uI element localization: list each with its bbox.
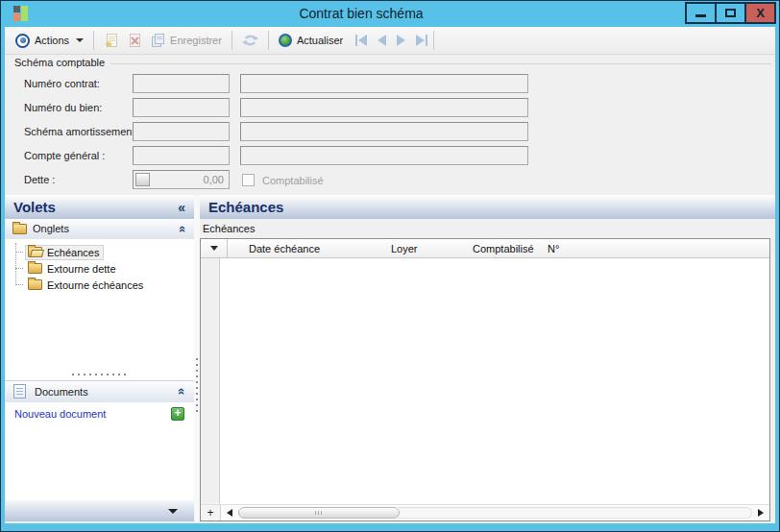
grid-header-row: Date échéance Loyer Comptabilisé N° [201, 239, 769, 258]
folder-icon [28, 263, 42, 274]
numero-bien-name-input[interactable] [240, 98, 528, 117]
previous-record-icon [378, 35, 386, 46]
compte-general-label: Compte général : [24, 150, 105, 161]
volets-header: Volets « [5, 195, 194, 219]
documents-label: Documents [35, 386, 88, 398]
main-panel: Echéances Echéances Date échéance Loyer … [200, 195, 775, 521]
scrollbar-track[interactable] [398, 507, 752, 519]
schema-comptable-groupbox: Schéma comptable Numéro contrat: Numéro … [5, 55, 775, 195]
toolbar-separator [232, 31, 232, 50]
close-button[interactable]: X [744, 2, 776, 24]
onglets-tree: Echéances Extourne dette Extourne échéan… [5, 239, 194, 369]
toolbar: Actions [5, 27, 775, 55]
open-folder-icon [28, 247, 42, 257]
compte-general-name-input[interactable] [240, 146, 528, 165]
save-button[interactable]: Enregistrer [146, 31, 226, 50]
numero-contrat-name-input[interactable] [240, 74, 528, 93]
numero-bien-label: Numéro du bien: [24, 102, 102, 113]
record-selector-column [201, 258, 220, 504]
new-document-row: Nouveau document + [5, 402, 194, 425]
actions-icon [15, 34, 30, 48]
new-document-link[interactable]: Nouveau document [14, 408, 106, 420]
scroll-right-icon [758, 509, 764, 517]
new-record-button[interactable] [100, 31, 123, 50]
add-document-button[interactable]: + [171, 407, 184, 421]
app-icon [13, 6, 29, 21]
next-record-button[interactable] [397, 35, 405, 46]
save-icon [150, 33, 165, 48]
collapse-up-icon[interactable]: « [176, 225, 190, 231]
echeances-header: Echéances [200, 195, 775, 219]
column-header-numero[interactable]: N° [538, 239, 559, 257]
actualiser-label: Actualiser [297, 35, 343, 46]
numero-bien-code-input[interactable] [133, 98, 230, 117]
folder-icon [28, 279, 42, 290]
toolbar-separator [268, 31, 269, 50]
maximize-button[interactable] [715, 2, 746, 24]
dette-amount-input[interactable]: 0,00 [133, 170, 230, 189]
save-label: Enregistrer [170, 35, 222, 46]
last-record-button[interactable] [416, 35, 427, 46]
grid-body[interactable] [201, 258, 769, 504]
close-icon: X [756, 7, 765, 19]
scroll-left-button[interactable] [223, 507, 236, 519]
toolbar-separator [93, 31, 94, 50]
dette-amount-value: 0,00 [204, 174, 224, 185]
tree-item-echeances[interactable]: Echéances [5, 244, 194, 260]
document-icon [13, 384, 26, 399]
sidebar-volets: Volets « Onglets « Echéances [5, 195, 194, 521]
groupbox-title: Schéma comptable [14, 57, 105, 68]
tree-item-label: Extourne dette [47, 263, 116, 275]
scroll-right-button[interactable] [754, 507, 768, 519]
numero-contrat-label: Numéro contrat: [24, 78, 100, 89]
comptabilise-checkbox[interactable] [242, 174, 255, 186]
dette-lookup-button[interactable] [135, 173, 150, 186]
volets-title: Volets [13, 199, 56, 215]
sidebar-horizontal-splitter[interactable] [5, 369, 194, 380]
delete-icon [127, 33, 142, 48]
actualiser-button[interactable]: Actualiser [275, 32, 347, 49]
column-header-date-echeance[interactable]: Date échéance [228, 239, 381, 257]
actions-menu-button[interactable]: Actions [12, 32, 87, 50]
row-selector-icon [210, 246, 218, 251]
refresh-button[interactable] [238, 31, 262, 50]
window-content: Actions [5, 27, 775, 523]
horizontal-scrollbar[interactable] [221, 505, 769, 520]
tree-item-extourne-echeances[interactable]: Extourne échéances [5, 277, 194, 293]
compte-general-code-input[interactable] [133, 146, 230, 165]
comptabilise-label: Comptabilisé [262, 175, 324, 186]
first-record-button[interactable] [355, 35, 367, 46]
more-panels-icon[interactable] [168, 509, 178, 514]
app-window: Contrat bien schéma X Actions [0, 0, 780, 532]
tree-item-extourne-dette[interactable]: Extourne dette [5, 260, 194, 277]
schema-amortissement-name-input[interactable] [240, 122, 528, 141]
sidebar-footer [5, 500, 194, 521]
dette-label: Dette : [24, 174, 55, 185]
schema-amortissement-label: Schéma amortissement [24, 126, 135, 137]
add-row-button[interactable]: + [201, 505, 221, 520]
numero-contrat-code-input[interactable] [133, 74, 230, 93]
record-navigator [355, 35, 427, 46]
column-header-comptabilise[interactable]: Comptabilisé [463, 239, 538, 257]
echeances-grid: Date échéance Loyer Comptabilisé N° + [200, 238, 770, 521]
delete-record-button[interactable] [123, 31, 146, 50]
actions-label: Actions [35, 35, 69, 46]
column-header-loyer[interactable]: Loyer [381, 239, 463, 257]
new-document-icon [104, 33, 119, 48]
collapse-up-icon[interactable]: « [175, 388, 189, 395]
tree-item-label: Echéances [47, 247, 99, 258]
first-record-icon [355, 35, 357, 46]
scrollbar-thumb[interactable] [238, 507, 400, 519]
echeances-title: Echéances [208, 199, 283, 215]
tree-item-label: Extourne échéances [47, 279, 143, 291]
previous-record-button[interactable] [378, 35, 386, 46]
collapse-sidebar-icon[interactable]: « [178, 200, 185, 215]
schema-amortissement-code-input[interactable] [133, 122, 230, 141]
scroll-left-icon [227, 509, 232, 517]
minimize-button[interactable] [685, 2, 717, 24]
grid-corner-selector[interactable] [201, 239, 228, 257]
documents-section-header[interactable]: Documents « [5, 380, 194, 402]
toolbar-separator [433, 31, 434, 50]
onglets-section-header[interactable]: Onglets « [5, 219, 194, 239]
chevron-down-icon [76, 38, 84, 42]
